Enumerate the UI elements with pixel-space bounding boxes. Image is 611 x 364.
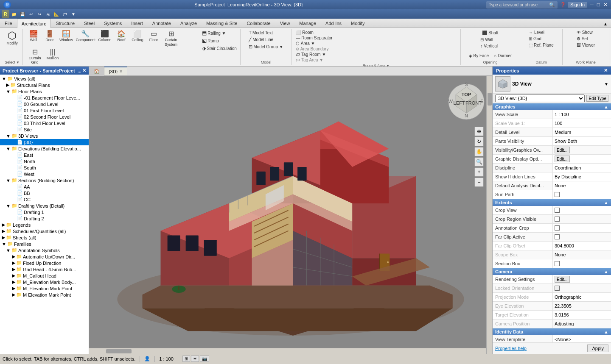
tree-item-drafting2[interactable]: 📄Drafting 2 [0, 215, 89, 222]
tree-item-elev-mark-point1[interactable]: ▶📁M_Elevation Mark Point [0, 285, 89, 292]
section-box-checkbox[interactable] [555, 261, 560, 266]
prop-view-dropdown[interactable]: 3D View: {3D} [495, 94, 585, 102]
tab-addins[interactable]: Add-Ins [321, 18, 346, 28]
ribbon-btn-floor[interactable]: ▭ Floor [146, 30, 161, 43]
section-collapse-identity[interactable]: ▲ [604, 329, 608, 334]
tree-item-west[interactable]: 📄West [0, 171, 89, 177]
prop-val-crop-region-visible[interactable] [552, 215, 611, 223]
ribbon-btn-curtain-grid[interactable]: ⊟ Curtain Grid [25, 48, 44, 66]
tab-annotate[interactable]: Annotate [148, 18, 176, 28]
tree-item-sections[interactable]: ▼📁Sections (Building Section) [0, 177, 89, 183]
tab-structure[interactable]: Structure [51, 18, 79, 28]
tree-item-fixed-up[interactable]: ▶📁Fixed Up Direction [0, 260, 89, 266]
tree-item-south[interactable]: 📄South [0, 164, 89, 171]
prop-val-view-scale[interactable] [552, 110, 611, 119]
ribbon-btn-door[interactable]: 🚪 Door [42, 30, 58, 43]
clip-active-checkbox[interactable] [555, 234, 560, 239]
qat-save[interactable]: 💾 [19, 10, 26, 18]
tab-systems[interactable]: Systems [99, 18, 126, 28]
tree-item-basement[interactable]: 📄-01 Basement Floor Leve... [0, 94, 89, 101]
qat-measure[interactable]: 📐 [53, 10, 60, 18]
prop-val-section-box[interactable] [552, 259, 611, 268]
prop-val-parts-visibility[interactable]: Show Both [552, 137, 611, 145]
prop-close[interactable]: ✕ [604, 68, 608, 73]
ribbon-btn-viewer[interactable]: 🖼 Viewer [575, 42, 597, 48]
ribbon-btn-model-group[interactable]: ⊡ Model Group ▼ [247, 44, 285, 50]
ribbon-btn-wall[interactable]: 🧱 Wall [25, 30, 42, 43]
tab-architecture[interactable]: Architecture [17, 19, 51, 28]
tab-3d-view[interactable]: {3D} ✕ [104, 67, 127, 75]
ribbon-btn-room[interactable]: ⬜ Room [294, 30, 458, 35]
canvas-scrollbar-bottom[interactable] [89, 348, 486, 354]
ribbon-btn-tag-room[interactable]: 🏷 Tag Room ▼ [294, 52, 458, 57]
prop-apply-btn[interactable]: Apply [587, 345, 608, 352]
status-btn-camera[interactable]: 📷 [200, 356, 209, 362]
status-btn-sun[interactable]: ☀ [191, 356, 199, 362]
sign-in-btn[interactable]: Sign In [568, 2, 587, 8]
search-icon[interactable]: 🔍 [549, 2, 555, 8]
tree-item-drafting[interactable]: ▼📁Drafting Views (Detail) [0, 203, 89, 209]
ribbon-btn-by-face[interactable]: ◈ By Face [467, 53, 490, 58]
ribbon-btn-wall-opening[interactable]: ⊟ Wall [479, 37, 495, 42]
tab-modify[interactable]: Modify [346, 18, 369, 28]
tree-item-schedules[interactable]: ▶📁Schedules/Quantities (all) [0, 228, 89, 234]
ribbon-btn-ramp[interactable]: ⬕ Ramp [200, 37, 221, 44]
tree-item-3d-views[interactable]: ▼📁3D Views [0, 133, 89, 139]
sun-path-checkbox[interactable] [555, 192, 560, 197]
prop-section-identity[interactable]: Identity Data ▲ [493, 328, 611, 335]
minimize-btn[interactable]: ─ [590, 2, 594, 8]
prop-val-discipline[interactable]: Coordination [552, 164, 611, 172]
prop-val-view-template[interactable]: <None> [552, 335, 611, 342]
tree-item-structural-plans[interactable]: ▶📁Structural Plans [0, 82, 89, 88]
qat-print[interactable]: 🖨 [44, 10, 52, 18]
tree-item-bb[interactable]: 📄BB [0, 190, 89, 196]
prop-section-graphics[interactable]: Graphics ▲ [493, 103, 611, 110]
tab-insert[interactable]: Insert [126, 18, 148, 28]
prop-val-analysis-disp[interactable]: None [552, 181, 611, 190]
ribbon-btn-shaft[interactable]: ⬛ Shaft [479, 30, 502, 36]
prop-type-dropdown[interactable]: ▼ [604, 82, 608, 86]
tree-item-grid-head[interactable]: ▶📁Grid Head - 4.5mm Bub... [0, 266, 89, 272]
ribbon-btn-railing[interactable]: ⬒ Railing ▼ [200, 30, 227, 36]
tree-item-elev-mark-body[interactable]: ▶📁M_Elevation Mark Body... [0, 279, 89, 285]
ribbon-btn-vertical-opening[interactable]: ↕ Vertical [479, 43, 499, 49]
tree-item-legends[interactable]: ▶📁Legends [0, 222, 89, 228]
tree-item-elevations[interactable]: ▼📁Elevations (Building Elevatio... [0, 145, 89, 152]
crop-region-visible-checkbox[interactable] [555, 217, 560, 222]
close-btn[interactable]: ✕ [603, 2, 608, 8]
tree-item-callout-head[interactable]: ▶📁M_Callout Head [0, 272, 89, 279]
tree-item-second-floor[interactable]: 📄02 Second Floor Level [0, 114, 89, 120]
nav-orbit[interactable]: ↻ [474, 137, 484, 146]
tree-item-families[interactable]: ▼📁Families [0, 241, 89, 247]
ribbon-btn-show[interactable]: 👁 Show [575, 30, 594, 35]
tree-item-elev-mark-point2[interactable]: ▶📁M Elevation Mark Point [0, 292, 89, 298]
tree-item-north[interactable]: 📄North [0, 158, 89, 164]
tree-item-3d[interactable]: 📄{3D} [0, 139, 89, 145]
ribbon-btn-stair[interactable]: ⬗ Stair Circulation [200, 45, 238, 52]
ribbon-btn-grid[interactable]: ⊞ Grid [527, 36, 543, 42]
tree-item-first-floor[interactable]: 📄01 First Floor Level [0, 107, 89, 114]
ribbon-btn-modify[interactable]: ⬡ Modify [5, 30, 20, 47]
nav-pan[interactable]: ✋ [474, 147, 484, 156]
section-collapse-camera[interactable]: ▲ [604, 269, 608, 274]
ribbon-btn-mullion[interactable]: ||| Mullion [44, 48, 61, 61]
ribbon-collapse[interactable]: ▲ [600, 20, 611, 28]
ribbon-btn-area-boundary[interactable]: ⊘ Area Boundary [294, 46, 458, 52]
home-tab[interactable]: 🏠 [89, 67, 104, 76]
tab-3d-close[interactable]: ✕ [119, 69, 123, 74]
tree-item-drafting1[interactable]: 📄Drafting 1 [0, 209, 89, 215]
tree-item-floor-plans[interactable]: ▼📁Floor Plans [0, 88, 89, 94]
ribbon-btn-model-line[interactable]: ╱ Model Line [247, 36, 275, 43]
tab-massing[interactable]: Massing & Site [202, 18, 242, 28]
ribbon-btn-level[interactable]: ↔ Level [527, 30, 546, 35]
ribbon-btn-tag-area[interactable]: 🏷 Tag Area ▼ [294, 57, 458, 63]
crop-view-checkbox[interactable] [555, 208, 560, 213]
prop-edit-rendering[interactable]: Edit... [555, 276, 570, 283]
prop-edit-vis-graphics[interactable]: Edit... [555, 147, 570, 153]
tree-item-third-floor[interactable]: 📄03 Third Floor Level [0, 120, 89, 126]
maximize-btn[interactable]: □ [597, 2, 600, 8]
nav-zoom-out[interactable]: − [474, 178, 484, 187]
nav-zoom-in[interactable]: + [474, 167, 484, 177]
qat-app-menu[interactable]: R [2, 10, 9, 18]
prop-edit-type-btn[interactable]: Edit Type [586, 95, 608, 102]
